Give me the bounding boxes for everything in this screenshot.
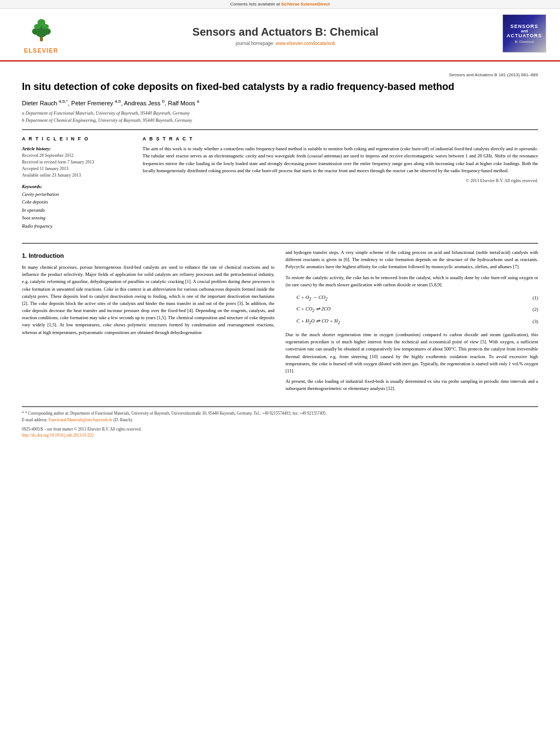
keywords-group: Keywords: Cavity perturbation Coke depos…: [22, 183, 132, 230]
homepage-link[interactable]: www.elsevier.com/locate/snb: [276, 41, 336, 46]
divider-1: [22, 129, 538, 130]
equations-section: C + O2 → CO2 (1) C + CO2 ⇌ 2CO (2) C + H…: [286, 294, 539, 326]
right-para1: and hydrogen transfer steps. A very simp…: [286, 249, 539, 271]
author-andreas: Andreas Jess b: [124, 100, 165, 106]
issue-info: Sensors and Actuators B 181 (2013) 681–6…: [22, 72, 538, 77]
abstract-label: A B S T R A C T: [143, 135, 538, 143]
intro-heading: 1. Introduction: [22, 251, 275, 261]
logo-subtitle: B: Chemical: [515, 40, 534, 43]
logo-text3: ACTUATORS: [507, 33, 542, 38]
elsevier-logo-img: [14, 13, 69, 46]
equation-row-3: C + H2O ⇌ CO + H2 (3): [286, 318, 539, 326]
author-peter: Peter Fremerey a,b: [71, 100, 121, 106]
doi-link[interactable]: http://dx.doi.org/10.1016/j.snb.2013.01.…: [22, 433, 94, 438]
section-title: Introduction: [29, 252, 64, 259]
equation-row-1: C + O2 → CO2 (1): [286, 294, 539, 302]
history-title: Article history:: [22, 145, 132, 152]
email-link[interactable]: Functional.Materials@uni-bayreuth.de: [49, 417, 112, 422]
header-center: Sensors and Actuators B: Chemical journa…: [77, 21, 494, 46]
article-number-info: 0925-4005/$ – see front matter © 2013 El…: [22, 426, 538, 439]
keyword-2: Coke deposits: [22, 198, 132, 206]
section-number: 1.: [22, 252, 27, 259]
right-para4: At present, the coke loading of industri…: [286, 378, 539, 392]
affiliation-a: a Department of Functional Materials, Un…: [22, 110, 538, 117]
available-date: Available online 23 January 2013: [22, 172, 132, 179]
article-id: 0925-4005/$ – see front matter © 2013 El…: [22, 426, 538, 432]
abstract-content: The aim of this work is to study whether…: [143, 146, 538, 173]
header-top-bar: Contents lists available at SciVerse Sci…: [0, 0, 560, 9]
equation-row-2: C + CO2 ⇌ 2CO (2): [286, 306, 539, 314]
email-person: (D. Rauch).: [114, 417, 133, 422]
divider-2: [22, 243, 538, 244]
keywords-list: Cavity perturbation Coke deposits In ope…: [22, 190, 132, 230]
footnote-text: * Corresponding author at: Department of…: [25, 411, 327, 416]
equation-1-number: (1): [516, 295, 538, 302]
received-date: Received 28 September 2012: [22, 152, 132, 159]
body-right-col: and hydrogen transfer steps. A very simp…: [286, 249, 539, 396]
accepted-date: Accepted 11 January 2013: [22, 166, 132, 172]
intro-para1: In many chemical processes, porous heter…: [22, 264, 275, 336]
revised-date: Received in revised form 7 January 2013: [22, 159, 132, 166]
affiliations: a Department of Functional Materials, Un…: [22, 110, 538, 124]
info-abstract-section: A R T I C L E I N F O Article history: R…: [22, 135, 538, 234]
equation-2-formula: C + CO2 ⇌ 2CO: [286, 306, 517, 314]
svg-point-7: [37, 19, 45, 26]
keyword-1: Cavity perturbation: [22, 190, 132, 198]
journal-homepage: journal homepage: www.elsevier.com/locat…: [77, 41, 494, 46]
abstract-col: A B S T R A C T The aim of this work is …: [143, 135, 538, 234]
corresponding-note: * * Corresponding author at: Department …: [22, 410, 538, 416]
header-main: ELSEVIER Sensors and Actuators B: Chemic…: [0, 9, 560, 58]
article-title: In situ detection of coke deposits on fi…: [22, 81, 538, 93]
contents-label: Contents lists available at: [230, 2, 281, 7]
article-info-label: A R T I C L E I N F O: [22, 135, 132, 143]
equation-3-formula: C + H2O ⇌ CO + H2: [286, 318, 517, 326]
equation-3-number: (3): [516, 318, 538, 325]
logo-text1: SENSORS: [510, 24, 538, 29]
journal-logo-right: SENSORS and ACTUATORS B: Chemical: [500, 14, 549, 53]
elsevier-tree-icon: [26, 18, 56, 42]
keyword-4: Soot sensing: [22, 214, 132, 222]
body-left-col: 1. Introduction In many chemical process…: [22, 249, 275, 396]
homepage-label: journal homepage:: [236, 41, 274, 46]
elsevier-logo: ELSEVIER: [11, 13, 71, 54]
email-label: E-mail address:: [22, 417, 48, 422]
author-ralf: Ralf Moos a: [168, 100, 199, 106]
equation-2-number: (2): [516, 306, 538, 313]
page-wrapper: Contents lists available at SciVerse Sci…: [0, 0, 560, 741]
affiliation-b: b Department of Chemical Engineering, Un…: [22, 117, 538, 124]
keywords-title: Keywords:: [22, 183, 132, 190]
right-para2: To restore the catalytic activity, the c…: [286, 274, 539, 289]
doi-line: http://dx.doi.org/10.1016/j.snb.2013.01.…: [22, 432, 538, 438]
journal-title: Sensors and Actuators B: Chemical: [77, 26, 494, 38]
right-para3: Due to the much shorter regeneration tim…: [286, 331, 539, 375]
email-line: E-mail address: Functional.Materials@uni…: [22, 417, 538, 423]
article-content: Sensors and Actuators B 181 (2013) 681–6…: [0, 61, 560, 449]
journal-header: Contents lists available at SciVerse Sci…: [0, 0, 560, 61]
keyword-3: In operando: [22, 206, 132, 214]
article-info-col: A R T I C L E I N F O Article history: R…: [22, 135, 132, 234]
body-two-col: 1. Introduction In many chemical process…: [22, 249, 538, 396]
equation-1-formula: C + O2 → CO2: [286, 294, 517, 302]
abstract-text: The aim of this work is to study whether…: [143, 145, 538, 174]
elsevier-wordmark: ELSEVIER: [24, 47, 58, 54]
sciverse-label: SciVerse ScienceDirect: [281, 2, 330, 7]
logo-text2: and: [521, 29, 528, 33]
author-dieter: Dieter Rauch a,b,*: [22, 100, 68, 106]
issue-text: Sensors and Actuators B 181 (2013) 681–6…: [449, 72, 538, 77]
authors-line: Dieter Rauch a,b,*, Peter Fremerey a,b, …: [22, 99, 538, 106]
article-history: Article history: Received 28 September 2…: [22, 145, 132, 179]
sensors-logo-box: SENSORS and ACTUATORS B: Chemical: [502, 14, 546, 53]
footnote-area: * * Corresponding author at: Department …: [22, 406, 538, 438]
keyword-5: Radio frequency: [22, 222, 132, 230]
copyright-line: © 2013 Elsevier B.V. All rights reserved…: [143, 178, 538, 184]
